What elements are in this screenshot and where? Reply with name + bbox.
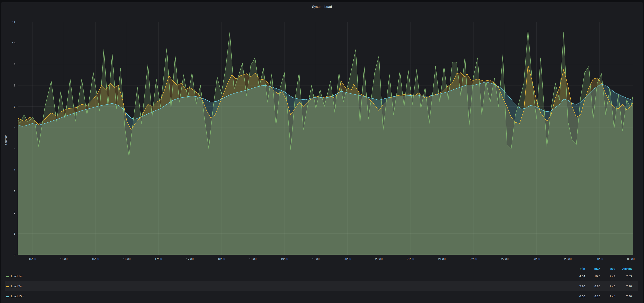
x-tick-label: 22:30 <box>501 257 509 260</box>
legend-series-name[interactable]: Load 15m <box>11 294 24 298</box>
legend-header: minmaxavgcurrent <box>5 266 638 271</box>
legend-value-max: 8.16 <box>585 294 600 298</box>
y-tick-label: 6 <box>0 126 15 129</box>
legend-row: Load 15m6.068.167.447.30 <box>5 291 638 301</box>
legend-row: Load 5m5.908.967.467.20 <box>5 281 638 291</box>
y-tick-label: 7 <box>0 105 15 108</box>
y-axis-ticks: 01234567891011 <box>0 22 15 255</box>
x-tick-label: 16:30 <box>123 257 131 260</box>
y-tick-label: 9 <box>0 62 15 66</box>
x-tick-label: 20:30 <box>375 257 383 260</box>
x-tick-label: 18:00 <box>218 257 225 260</box>
load-chart[interactable] <box>18 22 633 255</box>
legend-column-avg[interactable]: avg <box>600 267 615 270</box>
x-tick-label: 17:00 <box>154 257 162 260</box>
x-tick-label: 16:00 <box>92 257 99 260</box>
x-axis-ticks: 15:0015:3016:0016:3017:0017:3018:0018:30… <box>18 257 633 261</box>
legend-column-current[interactable]: current <box>615 267 632 270</box>
legend-value-max: 10.6 <box>585 274 600 278</box>
y-tick-label: 8 <box>0 84 15 87</box>
x-tick-label: 19:00 <box>281 257 288 260</box>
x-tick-label: 21:30 <box>438 257 446 260</box>
legend-value-current: 7.30 <box>615 294 632 298</box>
legend-value-current: 7.53 <box>615 274 632 278</box>
y-tick-label: 1 <box>0 232 15 235</box>
x-tick-label: 21:00 <box>407 257 414 260</box>
legend-value-min: 5.90 <box>570 284 585 288</box>
y-tick-label: 4 <box>0 168 15 172</box>
y-tick-label: 2 <box>0 211 15 214</box>
legend-row: Load 1m4.6410.67.497.53 <box>5 271 638 281</box>
legend-value-avg: 7.44 <box>600 294 615 298</box>
y-tick-label: 3 <box>0 190 15 193</box>
graph-panel: System Load counter 01234567891011 15:00… <box>0 2 644 303</box>
x-tick-label: 15:30 <box>60 257 68 260</box>
legend-value-min: 4.64 <box>570 274 585 278</box>
legend-swatch-icon[interactable] <box>6 296 9 297</box>
y-tick-label: 0 <box>0 253 15 256</box>
legend-value-min: 6.06 <box>570 294 585 298</box>
legend-value-avg: 7.46 <box>600 284 615 288</box>
legend-value-current: 7.20 <box>615 284 632 288</box>
legend-swatch-icon[interactable] <box>6 276 9 277</box>
x-tick-label: 15:00 <box>29 257 36 260</box>
x-tick-label: 22:00 <box>470 257 477 260</box>
legend-swatch-icon[interactable] <box>6 286 9 287</box>
x-tick-label: 23:30 <box>564 257 572 260</box>
x-tick-label: 17:30 <box>186 257 194 260</box>
x-tick-label: 23:00 <box>533 257 540 260</box>
legend-series-name[interactable]: Load 1m <box>11 274 22 278</box>
legend-series-name[interactable]: Load 5m <box>11 284 22 288</box>
y-tick-label: 10 <box>0 41 15 44</box>
legend-value-avg: 7.49 <box>600 274 615 278</box>
x-tick-label: 00:00 <box>596 257 603 260</box>
x-tick-label: 00:30 <box>627 257 635 260</box>
x-tick-label: 18:30 <box>249 257 256 260</box>
x-tick-label: 19:30 <box>312 257 320 260</box>
legend-value-max: 8.96 <box>585 284 600 288</box>
x-tick-label: 20:00 <box>344 257 351 260</box>
legend: minmaxavgcurrentLoad 1m4.6410.67.497.53L… <box>5 266 638 301</box>
legend-column-min[interactable]: min <box>570 267 585 270</box>
y-tick-label: 11 <box>0 20 15 24</box>
y-tick-label: 5 <box>0 147 15 150</box>
panel-title[interactable]: System Load <box>0 4 644 10</box>
legend-column-max[interactable]: max <box>585 267 600 270</box>
